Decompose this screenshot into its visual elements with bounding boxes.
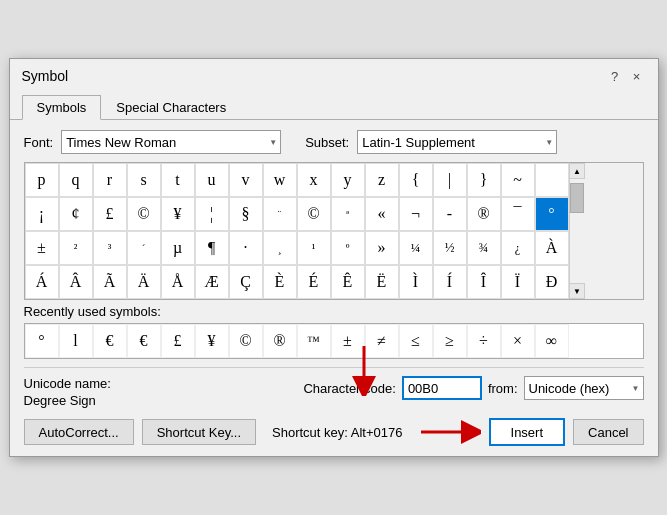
symbol-cell[interactable]: u [195,163,229,197]
symbol-cell[interactable]: ± [25,231,59,265]
symbol-cell[interactable]: Î [467,265,501,299]
symbol-cell[interactable]: ª [331,197,365,231]
symbol-cell[interactable]: © [297,197,331,231]
recent-cell[interactable]: l [59,324,93,358]
symbol-cell[interactable]: ~ [501,163,535,197]
symbol-cell[interactable]: º [331,231,365,265]
symbol-cell[interactable]: ¦ [195,197,229,231]
recent-cell[interactable]: ™ [297,324,331,358]
symbol-cell[interactable]: È [263,265,297,299]
symbol-cell[interactable]: Ð [535,265,569,299]
symbol-cell[interactable]: Ã [93,265,127,299]
symbol-cell[interactable]: y [331,163,365,197]
recent-cell[interactable]: € [93,324,127,358]
recent-cell[interactable]: ≥ [433,324,467,358]
symbol-cell[interactable]: - [433,197,467,231]
symbol-cell[interactable]: ¿ [501,231,535,265]
symbol-cell[interactable]: Ê [331,265,365,299]
symbol-cell[interactable]: t [161,163,195,197]
recent-cell[interactable]: © [229,324,263,358]
from-select-wrapper[interactable]: Unicode (hex) [524,376,644,400]
recent-cell[interactable]: ≤ [399,324,433,358]
symbol-cell[interactable]: Í [433,265,467,299]
symbol-cell[interactable]: « [365,197,399,231]
symbol-cell[interactable]: ² [59,231,93,265]
symbol-cell[interactable]: Å [161,265,195,299]
symbol-cell[interactable]: Â [59,265,93,299]
symbol-cell[interactable]: Á [25,265,59,299]
recent-cell[interactable]: € [127,324,161,358]
symbol-cell[interactable]: » [365,231,399,265]
symbol-cell[interactable]: { [399,163,433,197]
symbol-cell[interactable]: | [433,163,467,197]
symbol-cell[interactable]: £ [93,197,127,231]
font-select-wrapper[interactable]: Times New Roman [61,130,281,154]
subset-select-wrapper[interactable]: Latin-1 Supplement [357,130,557,154]
symbol-cell[interactable]: z [365,163,399,197]
symbol-cell[interactable]: Ì [399,265,433,299]
recent-cell[interactable]: ∞ [535,324,569,358]
symbol-cell[interactable]: Ï [501,265,535,299]
symbol-cell[interactable]: } [467,163,501,197]
symbol-cell[interactable]: É [297,265,331,299]
tab-special-characters[interactable]: Special Characters [101,95,241,120]
tab-symbols[interactable]: Symbols [22,95,102,120]
recent-cell[interactable]: ® [263,324,297,358]
symbol-cell[interactable]: ¬ [399,197,433,231]
symbol-cell[interactable]: ´ [127,231,161,265]
symbol-cell[interactable]: ¨ [263,197,297,231]
char-code-input[interactable] [402,376,482,400]
symbol-cell[interactable]: À [535,231,569,265]
recent-cell[interactable]: ° [25,324,59,358]
symbol-cell[interactable]: § [229,197,263,231]
symbol-cell[interactable]:  [535,163,569,197]
symbol-cell[interactable]: ½ [433,231,467,265]
shortcut-key-button[interactable]: Shortcut Key... [142,419,256,445]
help-button[interactable]: ? [606,67,624,85]
recent-cell[interactable]: ≠ [365,324,399,358]
symbol-cell[interactable]: · [229,231,263,265]
symbol-cell[interactable]: © [127,197,161,231]
symbol-cell[interactable]: ¡ [25,197,59,231]
symbol-cell[interactable]: q [59,163,93,197]
symbol-cell[interactable]: ¾ [467,231,501,265]
scroll-bar[interactable]: ▲ ▼ [569,163,585,299]
symbol-cell[interactable]: Ä [127,265,161,299]
scroll-track[interactable] [570,179,585,283]
symbol-cell[interactable]: ¥ [161,197,195,231]
recent-cell[interactable]: ¥ [195,324,229,358]
autocorrect-button[interactable]: AutoCorrect... [24,419,134,445]
cancel-button[interactable]: Cancel [573,419,643,445]
recent-cell[interactable]: × [501,324,535,358]
font-select[interactable]: Times New Roman [61,130,281,154]
symbol-cell[interactable]: Æ [195,265,229,299]
close-button[interactable]: × [628,67,646,85]
symbol-cell[interactable]: ¼ [399,231,433,265]
symbol-cell[interactable]: ¯ [501,197,535,231]
scroll-down-button[interactable]: ▼ [569,283,585,299]
symbol-cell-selected[interactable]: ° [535,197,569,231]
recent-cell[interactable]: ÷ [467,324,501,358]
symbol-cell[interactable]: ³ [93,231,127,265]
symbol-cell[interactable]: µ [161,231,195,265]
symbol-cell[interactable]: ¹ [297,231,331,265]
symbol-cell[interactable]: r [93,163,127,197]
symbol-cell[interactable]: x [297,163,331,197]
from-select[interactable]: Unicode (hex) [524,376,644,400]
recent-cell[interactable]: ± [331,324,365,358]
symbol-cell[interactable]: ¢ [59,197,93,231]
symbol-cell[interactable]: p [25,163,59,197]
symbol-cell[interactable]: ¶ [195,231,229,265]
subset-select[interactable]: Latin-1 Supplement [357,130,557,154]
symbol-cell[interactable]: ¸ [263,231,297,265]
recent-cell[interactable]: £ [161,324,195,358]
symbol-cell[interactable]: w [263,163,297,197]
scroll-up-button[interactable]: ▲ [569,163,585,179]
scroll-thumb[interactable] [570,183,584,213]
symbol-cell[interactable]: s [127,163,161,197]
symbol-cell[interactable]: ® [467,197,501,231]
insert-button[interactable]: Insert [489,418,566,446]
symbol-cell[interactable]: Ç [229,265,263,299]
symbol-cell[interactable]: Ë [365,265,399,299]
symbol-cell[interactable]: v [229,163,263,197]
